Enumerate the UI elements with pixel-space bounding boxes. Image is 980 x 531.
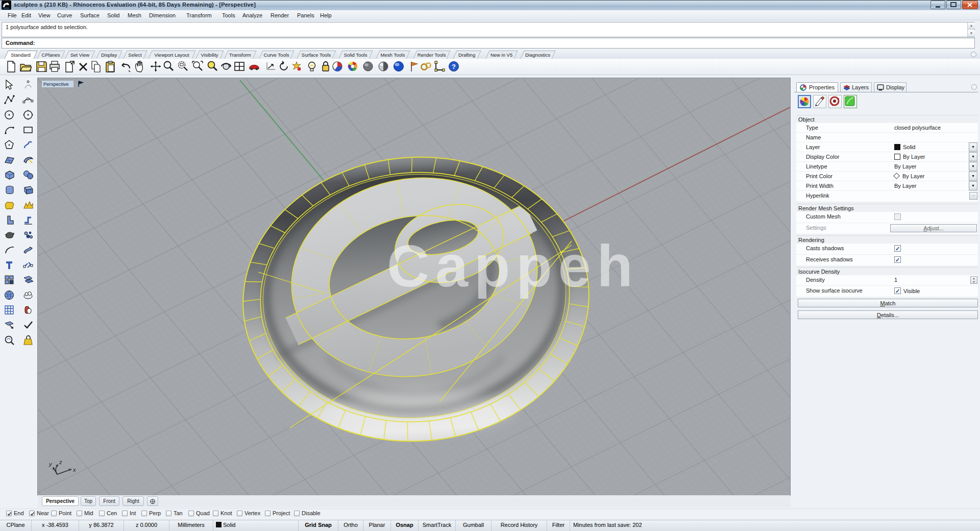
svg-text:Cappeh: Cappeh [387,233,639,299]
svg-text:Perspective: Perspective [43,81,69,87]
svg-text:x: x [72,467,76,473]
svg-text:z: z [59,459,62,465]
svg-text:?: ? [452,63,456,70]
